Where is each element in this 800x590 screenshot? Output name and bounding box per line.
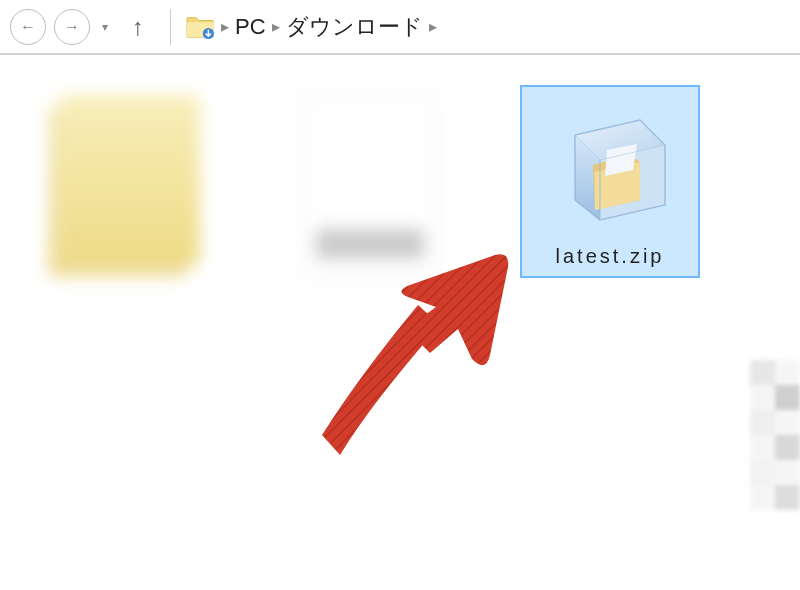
censored-region [750, 360, 800, 510]
file-list: latest.zip [0, 55, 800, 315]
file-item[interactable] [280, 85, 460, 285]
arrow-right-icon: → [64, 18, 80, 36]
address-bar[interactable]: ▸ PC ▸ ダウンロード ▸ [185, 12, 437, 42]
explorer-toolbar: ← → ▾ ↑ ▸ PC ▸ ダウンロード ▸ [0, 0, 800, 55]
toolbar-separator [170, 9, 171, 45]
back-button[interactable]: ← [10, 9, 46, 45]
breadcrumb-segment[interactable]: PC [235, 14, 266, 40]
file-name-label: latest.zip [556, 245, 665, 268]
arrow-left-icon: ← [20, 18, 36, 36]
history-dropdown[interactable]: ▾ [98, 20, 112, 34]
folder-download-icon [185, 14, 215, 40]
file-item[interactable] [40, 85, 220, 275]
folder-stack-icon [60, 95, 200, 265]
zip-archive-icon [545, 100, 675, 230]
breadcrumb-separator-icon: ▸ [272, 17, 280, 36]
file-item-selected[interactable]: latest.zip [520, 85, 700, 278]
breadcrumb-segment[interactable]: ダウンロード [286, 12, 423, 42]
breadcrumb-separator-icon: ▸ [221, 17, 229, 36]
document-icon [305, 95, 435, 275]
up-button[interactable]: ↑ [120, 13, 156, 41]
breadcrumb-separator-icon: ▸ [429, 17, 437, 36]
forward-button[interactable]: → [54, 9, 90, 45]
